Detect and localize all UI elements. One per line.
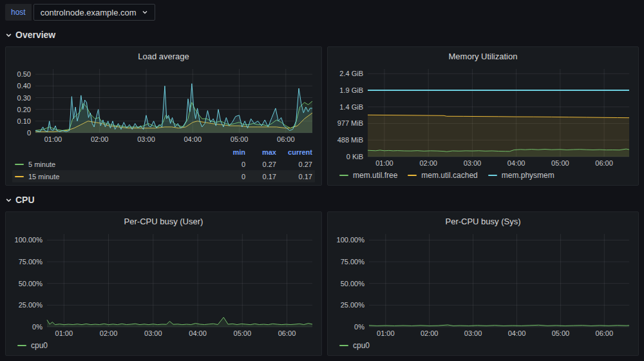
svg-text:04:00: 04:00 [189,329,207,337]
svg-text:488 MiB: 488 MiB [337,136,363,144]
section-header-cpu[interactable]: CPU [5,195,35,205]
svg-text:05:00: 05:00 [552,329,570,337]
svg-text:1.9 GiB: 1.9 GiB [339,86,363,94]
legend-item-mem-util-cached[interactable]: mem.util.cached [408,171,477,180]
host-variable-label: host [5,4,32,21]
host-variable-dropdown[interactable]: controlnode.example.com [33,4,155,21]
value-min: 0 [217,173,245,180]
memory-legend: mem.util.free mem.util.cached mem.physme… [333,168,633,182]
svg-text:05:00: 05:00 [231,135,249,143]
section-title-cpu: CPU [15,195,35,205]
load-average-chart[interactable]: 00.100.200.300.400.5001:0002:0003:0004:0… [11,64,316,144]
host-variable-value: controlnode.example.com [41,8,137,17]
svg-text:02:00: 02:00 [100,329,118,337]
svg-text:25.00%: 25.00% [19,301,43,309]
series-swatch [339,175,348,176]
svg-text:0.50: 0.50 [17,70,31,78]
panel-memory-utilization: Memory Utilization 0 KiB488 MiB977 MiB1.… [327,46,639,186]
dashboard-variable-bar: host controlnode.example.com [5,4,155,21]
svg-text:05:00: 05:00 [551,159,569,167]
svg-text:50.00%: 50.00% [341,280,365,288]
series-swatch [15,164,24,165]
svg-text:25.00%: 25.00% [341,301,365,309]
legend-label-15-minute[interactable]: 15 minute [15,173,217,180]
svg-text:04:00: 04:00 [507,159,526,167]
svg-text:06:00: 06:00 [278,329,296,337]
legend-header-row: min max current [12,146,315,158]
legend-item-mem-util-free[interactable]: mem.util.free [339,171,397,180]
legend-item-mem-physmem[interactable]: mem.physmem [488,171,554,180]
svg-text:01:00: 01:00 [375,159,393,167]
svg-text:100.00%: 100.00% [15,236,43,244]
svg-text:02:00: 02:00 [91,135,109,143]
svg-text:1.4 GiB: 1.4 GiB [339,103,363,111]
series-swatch [488,175,497,176]
svg-text:0.10: 0.10 [17,117,31,125]
panel-title-per-cpu-busy-sys[interactable]: Per-CPU busy (Sys) [333,215,633,229]
value-current: 0.17 [276,173,312,180]
legend-header-min[interactable]: min [217,148,245,156]
section-title-overview: Overview [15,30,55,40]
legend-header-max[interactable]: max [245,148,276,156]
svg-text:05:00: 05:00 [234,329,252,337]
svg-text:50.00%: 50.00% [19,280,43,288]
svg-text:0.30: 0.30 [17,94,31,102]
svg-text:04:00: 04:00 [184,135,202,143]
value-max: 0.17 [245,173,276,180]
legend-item-cpu0[interactable]: cpu0 [17,341,48,350]
svg-text:03:00: 03:00 [464,329,482,337]
svg-text:0.40: 0.40 [17,82,31,90]
svg-text:75.00%: 75.00% [341,258,365,266]
value-current: 0.27 [276,161,312,168]
panel-title-memory-utilization[interactable]: Memory Utilization [333,50,633,64]
collapse-chevron-icon [5,197,12,203]
legend-row-5-minute: 5 minute 0 0.27 0.27 [12,158,315,170]
legend-header-current[interactable]: current [276,148,312,156]
svg-text:2.4 GiB: 2.4 GiB [339,70,363,77]
series-swatch [408,175,417,176]
svg-text:03:00: 03:00 [137,135,155,143]
svg-text:04:00: 04:00 [508,329,526,337]
cpu-sys-legend: cpu0 [333,338,633,353]
svg-text:0.20: 0.20 [17,106,31,113]
legend-item-cpu0[interactable]: cpu0 [339,341,370,350]
series-swatch [15,176,24,177]
load-legend-table: min max current 5 minute 0 0.27 0.27 15 … [11,144,316,182]
svg-text:977 MiB: 977 MiB [337,119,363,127]
svg-text:03:00: 03:00 [144,329,162,337]
svg-text:01:00: 01:00 [377,329,395,337]
svg-text:06:00: 06:00 [277,135,295,143]
legend-row-15-minute: 15 minute 0 0.17 0.17 [12,170,315,182]
legend-label-5-minute[interactable]: 5 minute [15,161,217,168]
svg-text:0: 0 [27,129,31,137]
svg-text:75.00%: 75.00% [19,258,43,266]
svg-text:0%: 0% [354,323,365,331]
section-header-overview[interactable]: Overview [5,30,55,40]
svg-text:06:00: 06:00 [595,159,613,167]
value-max: 0.27 [245,161,276,168]
panel-title-per-cpu-busy-user[interactable]: Per-CPU busy (User) [11,215,316,229]
series-swatch [17,345,26,346]
panel-title-load-average[interactable]: Load average [11,50,316,64]
per-cpu-busy-sys-chart[interactable]: 0%25.00%50.00%75.00%100.00%01:0002:0003:… [333,229,633,338]
panel-load-average: Load average 00.100.200.300.400.5001:000… [5,46,322,186]
series-swatch [339,345,348,346]
svg-text:01:00: 01:00 [44,135,62,143]
panel-per-cpu-busy-sys: Per-CPU busy (Sys) 0%25.00%50.00%75.00%1… [327,211,639,356]
panel-per-cpu-busy-user: Per-CPU busy (User) 0%25.00%50.00%75.00%… [5,211,322,356]
per-cpu-busy-user-chart[interactable]: 0%25.00%50.00%75.00%100.00%01:0002:0003:… [11,229,316,338]
svg-text:02:00: 02:00 [421,329,439,337]
svg-text:01:00: 01:00 [55,329,73,337]
svg-text:0 KiB: 0 KiB [346,153,363,161]
svg-text:0%: 0% [32,323,43,331]
svg-text:02:00: 02:00 [419,159,437,167]
cpu-user-legend: cpu0 [11,338,316,353]
chevron-down-icon [142,9,148,15]
svg-text:06:00: 06:00 [596,329,614,337]
svg-text:100.00%: 100.00% [337,236,365,244]
collapse-chevron-icon [5,32,12,38]
memory-utilization-chart[interactable]: 0 KiB488 MiB977 MiB1.4 GiB1.9 GiB2.4 GiB… [333,64,633,168]
svg-text:03:00: 03:00 [464,159,482,167]
value-min: 0 [217,161,245,168]
